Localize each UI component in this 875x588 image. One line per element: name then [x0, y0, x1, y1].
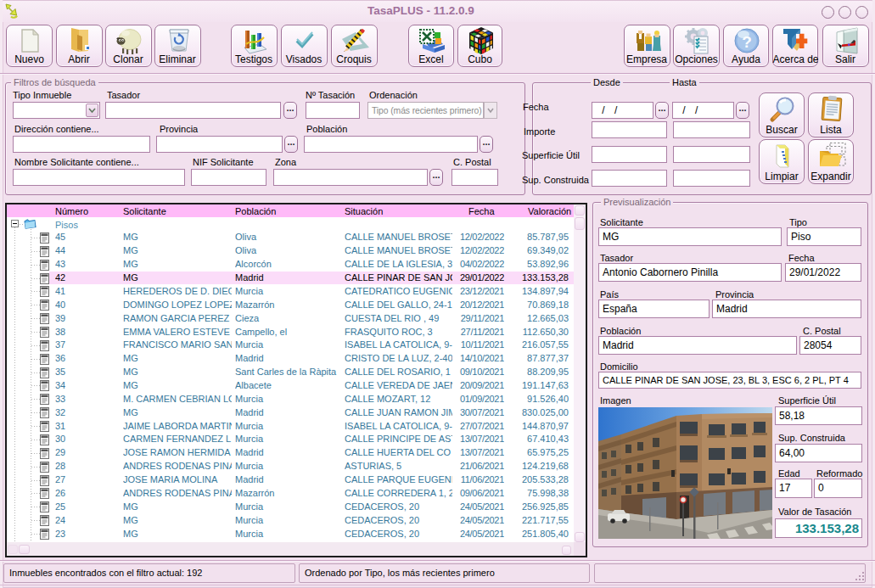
svg-text:?: ? [742, 33, 752, 51]
